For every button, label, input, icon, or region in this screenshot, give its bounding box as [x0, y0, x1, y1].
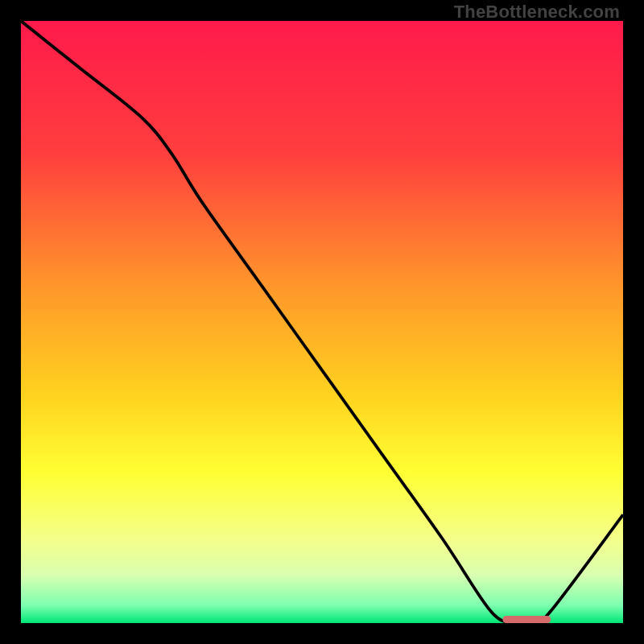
- bottleneck-chart: [21, 21, 623, 623]
- watermark-text: TheBottleneck.com: [454, 2, 620, 23]
- optimal-range-marker: [502, 616, 551, 623]
- heat-background: [21, 21, 623, 623]
- chart-frame: [21, 21, 623, 623]
